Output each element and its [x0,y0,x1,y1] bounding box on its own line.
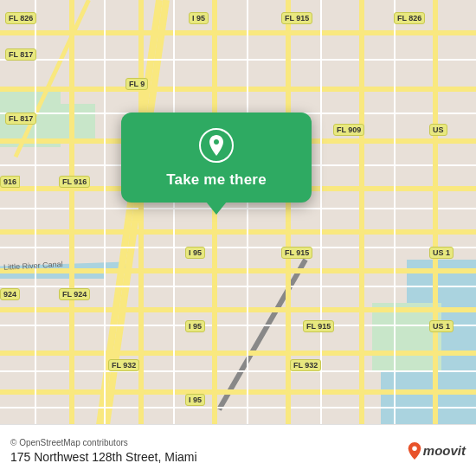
label-i95-1: I 95 [189,12,209,24]
label-fl9: FL 9 [125,78,148,90]
location-pin-icon [199,128,234,163]
moovit-logo: moovit [408,442,466,460]
moovit-text: moovit [423,443,466,458]
label-us1-3: US 1 [429,320,453,332]
park-area [372,303,441,372]
minor-v-2 [104,0,106,424]
minor-v-1 [35,0,36,424]
minor-v-4 [247,0,248,424]
label-fl932-1: FL 932 [108,359,139,371]
minor-v-6 [394,0,396,424]
label-fl826-2: FL 826 [394,12,425,24]
map-container: FL 826 I 95 FL 915 FL 826 FL 817 FL 9 FL… [0,0,476,424]
label-fl915-3: FL 915 [303,320,334,332]
take-me-there-button[interactable]: Take me there [166,171,267,189]
svg-point-1 [412,446,416,450]
label-fl915-1: FL 915 [281,12,312,24]
label-i95-4: I 95 [185,394,205,406]
rail-diagonal [216,259,307,411]
minor-v-3 [173,0,175,424]
label-i95-2: I 95 [185,247,205,259]
label-fl924: FL 924 [59,288,90,300]
label-fl817-1: FL 817 [5,48,36,61]
label-fl909: FL 909 [333,124,364,136]
label-924: 924 [0,288,20,300]
popup-card: Take me there [121,113,312,203]
label-i95-3: I 95 [185,320,205,332]
road-v-6 [433,0,438,424]
label-us1-2: US 1 [429,247,453,259]
label-fl916: FL 916 [59,176,90,188]
road-v-1 [69,0,74,424]
label-fl932-2: FL 932 [290,359,321,371]
road-v-5 [359,0,364,424]
attribution-text: © OpenStreetMap contributors [10,438,466,447]
label-fl817-2: FL 817 [5,113,36,125]
label-fl826-1: FL 826 [5,12,36,24]
label-916: 916 [0,176,20,188]
label-us-1: US [429,124,447,136]
label-fl915-2: FL 915 [281,247,312,259]
address-text: 175 Northwest 128th Street, Miami [10,450,466,464]
bottom-bar: © OpenStreetMap contributors 175 Northwe… [0,424,476,476]
moovit-pin-icon [408,442,421,460]
